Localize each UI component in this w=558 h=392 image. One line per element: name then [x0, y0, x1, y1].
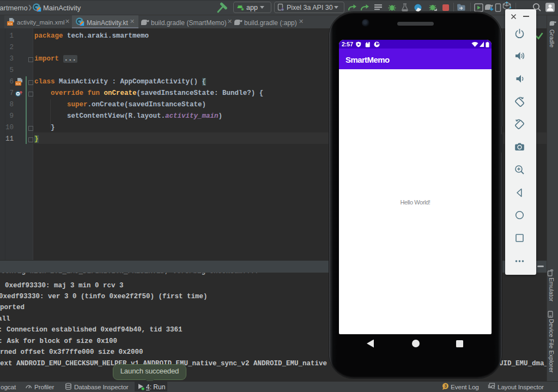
- svg-text:<>: <>: [16, 82, 21, 86]
- svg-text:<>: <>: [8, 22, 13, 26]
- svg-text:3: 3: [444, 383, 447, 389]
